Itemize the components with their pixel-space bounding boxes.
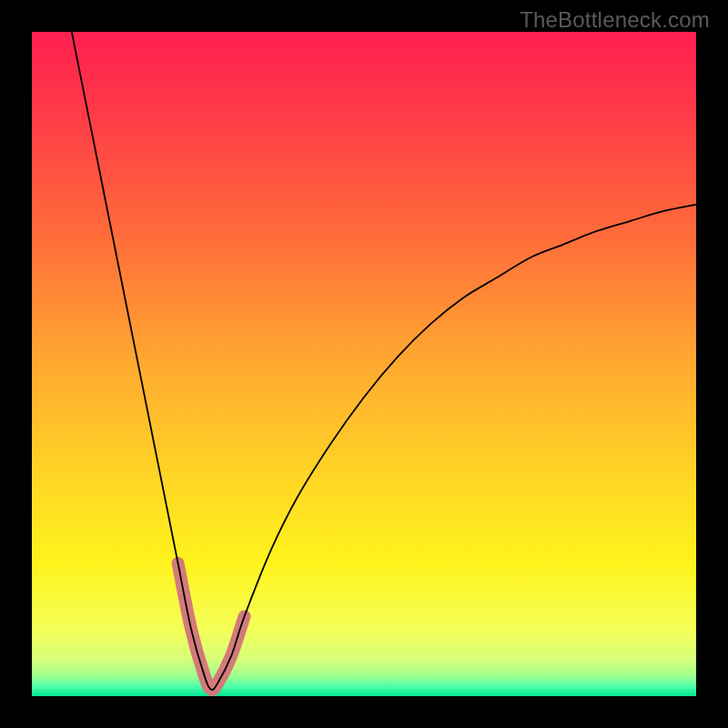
chart-area bbox=[32, 32, 696, 696]
watermark-text: TheBottleneck.com bbox=[520, 7, 710, 33]
bottleneck-chart bbox=[32, 32, 696, 696]
gradient-background bbox=[32, 32, 696, 696]
